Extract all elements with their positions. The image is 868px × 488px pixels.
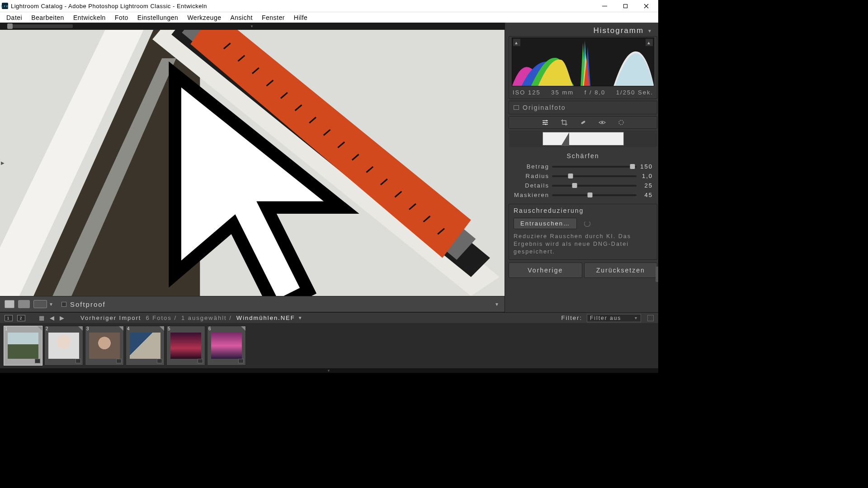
highlight-clip-icon[interactable]: ▲ [646,39,653,46]
svg-point-21 [543,122,544,123]
next-photo-icon[interactable]: ▶ [60,314,65,321]
menu-fenster[interactable]: Fenster [257,13,289,22]
edit-sliders-icon[interactable] [541,118,549,127]
count-label: 6 Fotos / [146,314,177,321]
shadow-clip-icon[interactable]: ▲ [513,39,520,46]
redeye-icon[interactable] [598,118,606,127]
filmstrip[interactable]: 1 2 3 4 5 6 [0,323,658,368]
close-button[interactable] [636,0,656,12]
left-panel-toggle[interactable]: ▶ [0,154,6,172]
compare-view-button[interactable] [18,300,30,308]
exif-focal: 35 mm [551,89,574,96]
view-toolbar: ▼ Softproof ▼ [0,296,505,312]
reset-button[interactable]: Zurücksetzen [584,263,658,278]
filter-label: Filter: [561,314,583,321]
source-label[interactable]: Vorheriger Import [80,314,141,321]
image-canvas[interactable]: ▶ [0,30,505,296]
previous-button[interactable]: Vorherige [509,263,582,278]
exif-aperture: f / 8,0 [585,89,606,96]
svg-rect-2 [175,192,183,230]
menu-bar: Datei Bearbeiten Entwickeln Foto Einstel… [0,12,658,23]
filter-lock-icon[interactable] [647,315,654,321]
menu-werkzeuge[interactable]: Werkzeuge [183,13,226,22]
loading-spinner-icon [584,221,590,227]
before-after-button[interactable] [33,300,47,308]
exif-shutter: 1/250 Sek. [616,89,653,96]
slider-radius[interactable]: Radius 1,0 [509,172,657,181]
thumb-6[interactable]: 6 [207,326,246,366]
histogram-header[interactable]: Histogramm ▼ [509,24,657,36]
prev-photo-icon[interactable]: ◀ [50,314,55,321]
thumb-4[interactable]: 4 [126,326,165,366]
svg-point-22 [545,123,546,125]
thumb-3[interactable]: 3 [85,326,124,366]
menu-hilfe[interactable]: Hilfe [289,13,312,22]
second-monitor-button[interactable]: 2 [17,315,25,321]
svg-rect-0 [623,4,627,8]
filter-select[interactable]: Filter aus▾ [587,314,641,322]
menu-entwickeln[interactable]: Entwickeln [69,13,110,22]
thumb-2[interactable]: 2 [44,326,83,366]
edit-tool-strip [509,116,657,129]
title-bar: Lrc Lightroom Catalog - Adobe Photoshop … [0,0,658,12]
grid-view-icon[interactable]: ▦ [39,314,45,321]
menu-bearbeiten[interactable]: Bearbeiten [27,13,69,22]
maximize-button[interactable] [615,0,636,12]
app-icon: Lrc [2,3,8,9]
slider-maskieren[interactable]: Maskieren 45 [509,191,657,200]
view-mode-more-icon[interactable]: ▼ [49,302,54,307]
svg-rect-3 [171,189,186,194]
main-monitor-button[interactable]: 1 [5,315,13,321]
exif-iso: ISO 125 [513,89,541,96]
original-photo-icon [514,105,519,110]
histogram-graph[interactable]: ▲ ▲ [512,38,654,86]
crop-icon[interactable] [560,118,568,127]
svg-point-25 [619,120,623,125]
minimize-button[interactable] [594,0,615,12]
mask-icon[interactable] [617,118,625,127]
thumb-5[interactable]: 5 [166,326,205,366]
toolbar-more-icon[interactable]: ▼ [495,302,500,307]
original-photo-toggle[interactable]: Originalfoto [509,101,657,114]
heal-icon[interactable] [579,118,587,127]
menu-einstellungen[interactable]: Einstellungen [133,13,183,22]
denoise-title: Rauschreduzierung [509,204,657,215]
top-panel-toggle[interactable]: ▼ [0,23,505,30]
slider-details[interactable]: Details 25 [509,181,657,191]
menu-foto[interactable]: Foto [110,13,133,22]
detail-preview[interactable] [509,131,657,147]
loupe-view-button[interactable] [5,300,14,308]
svg-point-20 [546,120,547,121]
exif-row: ISO 125 35 mm f / 8,0 1/250 Sek. [509,86,657,99]
bottom-panel-toggle[interactable]: ▼ [0,368,658,373]
thumb-1[interactable]: 1 [4,326,42,366]
denoise-button[interactable]: Entrauschen… [514,218,577,229]
sharpen-title: Schärfen [509,150,657,162]
denoise-desc: Reduziere Rauschen durch KI. Das Ergebni… [509,232,657,259]
menu-ansicht[interactable]: Ansicht [226,13,257,22]
dropdown-icon: ▼ [647,28,653,33]
filename-label[interactable]: Windmühlen.NEF [236,314,295,321]
menu-datei[interactable]: Datei [2,13,27,22]
right-panel-resize-handle[interactable] [656,267,658,282]
svg-point-24 [601,122,603,123]
filename-dropdown-icon[interactable]: ▼ [298,315,303,320]
svg-rect-23 [580,120,585,124]
window-title: Lightroom Catalog - Adobe Photoshop Ligh… [11,3,207,9]
filmstrip-header: 1 2 ▦ ◀ ▶ Vorheriger Import 6 Fotos / 1 … [0,312,658,323]
develop-panel: Histogramm ▼ ▲ ▲ [505,23,658,312]
softproof-label: Softproof [70,300,106,308]
slider-betrag[interactable]: Betrag 150 [509,162,657,172]
selected-label: 1 ausgewählt / [181,314,232,321]
softproof-checkbox[interactable] [61,302,66,307]
